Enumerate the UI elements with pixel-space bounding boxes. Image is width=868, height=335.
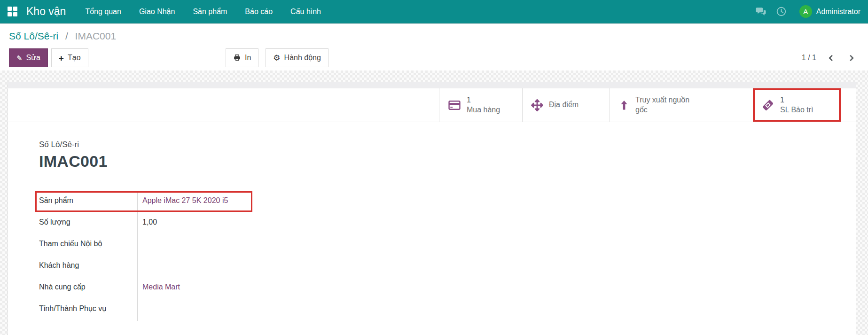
field-row-quantity: Số lượng 1,00 <box>39 213 424 234</box>
clock-icon[interactable] <box>771 7 792 16</box>
chevron-left-icon[interactable] <box>828 54 835 62</box>
stat-button-text: 1 SL Bảo trì <box>780 95 813 115</box>
stat-label: SL Bảo trì <box>780 105 813 115</box>
field-group: Sản phẩm Apple iMac 27 5K 2020 i5 Số lượ… <box>39 191 424 321</box>
credit-card-icon <box>448 100 461 111</box>
field-value: 1,00 <box>138 213 157 234</box>
annotation-box-maintenance: 1 SL Bảo trì <box>753 88 841 122</box>
menu-item-tong-quan[interactable]: Tổng quan <box>76 0 130 23</box>
field-row-province: Tỉnh/Thành Phục vụ <box>39 299 424 321</box>
form-body: Số Lô/Sê-ri IMAC001 Sản phẩm Apple iMac … <box>8 122 856 321</box>
stat-label: Truy xuất nguồn gốc <box>635 95 696 115</box>
menu-item-san-pham[interactable]: Sản phẩm <box>184 0 236 23</box>
content-area: 1 Mua hàng Địa điểm <box>0 70 868 335</box>
print-button-label: In <box>245 54 251 62</box>
stat-button-locations[interactable]: Địa điểm <box>522 88 610 122</box>
stat-button-box: 1 Mua hàng Địa điểm <box>8 88 856 122</box>
field-label: Khách hàng <box>39 256 138 278</box>
arrow-up-icon <box>618 99 630 111</box>
chat-bubbles-icon[interactable] <box>751 7 771 16</box>
stat-button-text: Truy xuất nguồn gốc <box>635 95 696 115</box>
breadcrumb-separator: / <box>65 31 68 41</box>
apps-grid-icon[interactable] <box>8 7 17 16</box>
main-menu: Tổng quan Giao Nhận Sản phẩm Báo cáo Cấu… <box>76 0 330 23</box>
stat-value: 1 <box>780 95 813 105</box>
menu-item-cau-hinh[interactable]: Cấu hình <box>282 0 330 23</box>
edit-button[interactable]: ✎ Sửa <box>9 48 48 67</box>
field-row-vendor: Nhà cung cấp Media Mart <box>39 278 424 299</box>
ticket-icon <box>761 99 774 112</box>
breadcrumb: Số Lô/Sê-ri / IMAC001 <box>9 30 868 43</box>
sheet-top-strip <box>8 82 856 88</box>
stat-button-traceability[interactable]: Truy xuất nguồn gốc <box>610 88 753 122</box>
stat-label: Mua hàng <box>467 105 500 115</box>
chevron-right-icon[interactable] <box>848 54 855 62</box>
control-panel: Số Lô/Sê-ri / IMAC001 ✎ Sửa + Tạo In <box>0 23 868 70</box>
field-label: Tham chiếu Nội bộ <box>39 234 138 256</box>
user-name[interactable]: Administrator <box>816 8 860 16</box>
pencil-icon: ✎ <box>16 55 23 62</box>
field-label: Sản phẩm <box>39 191 138 213</box>
gear-icon: ⚙ <box>273 54 280 62</box>
menu-item-giao-nhan[interactable]: Giao Nhận <box>130 0 184 23</box>
field-row-customer: Khách hàng <box>39 256 424 278</box>
stat-value: 1 <box>467 95 500 105</box>
print-button[interactable]: In <box>226 48 258 67</box>
top-navbar: Kho vận Tổng quan Giao Nhận Sản phẩm Báo… <box>0 0 868 23</box>
form-sheet: 1 Mua hàng Địa điểm <box>8 82 856 335</box>
record-title: IMAC001 <box>39 152 856 171</box>
breadcrumb-parent-link[interactable]: Số Lô/Sê-ri <box>9 31 58 41</box>
field-value <box>138 299 142 321</box>
pager: 1 / 1 <box>802 48 855 67</box>
app-name[interactable]: Kho vận <box>26 5 66 18</box>
product-link[interactable]: Apple iMac 27 5K 2020 i5 <box>138 191 228 213</box>
field-label: Nhà cung cấp <box>39 278 138 299</box>
plus-icon: + <box>59 54 64 62</box>
stat-label: Địa điểm <box>549 100 579 110</box>
pager-count: 1 / 1 <box>802 54 816 62</box>
printer-icon <box>233 54 241 62</box>
field-value <box>138 256 142 278</box>
breadcrumb-current: IMAC001 <box>75 31 117 41</box>
create-button[interactable]: + Tạo <box>51 48 88 67</box>
field-label: Số lượng <box>39 213 138 234</box>
navbar-right: A Administrator <box>751 5 860 18</box>
stat-button-text: 1 Mua hàng <box>467 95 500 115</box>
field-row-internal-reference: Tham chiếu Nội bộ <box>39 234 424 256</box>
move-arrows-icon <box>531 99 543 111</box>
record-name-label: Số Lô/Sê-ri <box>39 140 856 149</box>
create-button-label: Tạo <box>68 54 81 62</box>
stat-button-maintenance[interactable]: 1 SL Bảo trì <box>755 90 839 120</box>
stat-button-text: Địa điểm <box>549 100 579 110</box>
field-label: Tỉnh/Thành Phục vụ <box>39 299 138 321</box>
edit-button-label: Sửa <box>26 54 40 62</box>
vendor-link[interactable]: Media Mart <box>138 278 180 299</box>
user-avatar[interactable]: A <box>799 5 812 18</box>
toolbar: ✎ Sửa + Tạo In ⚙ Hành động <box>9 48 868 67</box>
field-value <box>138 234 142 256</box>
action-button-label: Hành động <box>284 54 321 62</box>
menu-item-bao-cao[interactable]: Báo cáo <box>236 0 282 23</box>
toolbar-mid-group: In ⚙ Hành động <box>226 48 328 67</box>
action-button[interactable]: ⚙ Hành động <box>266 48 328 67</box>
stat-button-purchases[interactable]: 1 Mua hàng <box>439 88 522 122</box>
pager-controls <box>828 54 855 62</box>
field-row-product: Sản phẩm Apple iMac 27 5K 2020 i5 <box>39 191 424 213</box>
